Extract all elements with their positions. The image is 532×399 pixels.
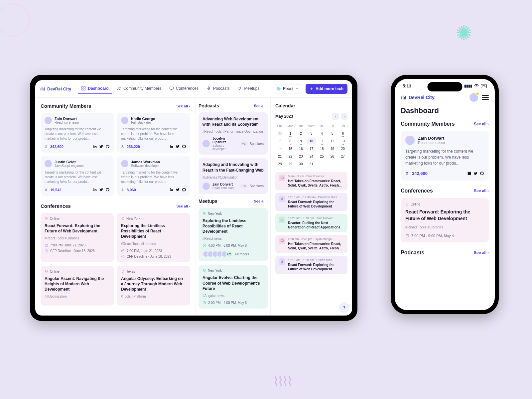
calendar-event[interactable]: 12:20 am - 1:20 pm · Zain Dorwart Reacto… xyxy=(275,214,347,232)
phone-member-card[interactable]: Zain Dorwart React core team Targeting m… xyxy=(401,131,489,181)
calendar-day[interactable]: 28 xyxy=(275,161,285,167)
help-button[interactable]: ? xyxy=(339,302,349,313)
status-time: 5:13 xyxy=(403,83,411,88)
calendar-day[interactable]: 10 xyxy=(307,138,316,144)
calendar-day[interactable]: 26 xyxy=(328,153,337,160)
see-all-meetups[interactable]: See all › xyxy=(254,199,268,203)
calendar-day[interactable]: 8 xyxy=(286,138,295,144)
github-icon[interactable] xyxy=(105,188,110,192)
twitter-icon[interactable] xyxy=(473,171,478,176)
svg-point-25 xyxy=(204,213,205,213)
see-all-members[interactable]: See all › xyxy=(176,104,190,108)
tech-filter-select[interactable]: React xyxy=(273,84,302,93)
calendar-day[interactable]: 27 xyxy=(338,153,347,160)
calendar-day[interactable]: 30 xyxy=(275,130,285,137)
member-card[interactable]: Kadin George Full-stack dev Targeting ma… xyxy=(117,113,190,153)
twitter-icon[interactable] xyxy=(176,188,180,192)
twitter-icon[interactable] xyxy=(99,144,103,149)
calendar-day[interactable]: 15 xyxy=(286,146,295,152)
member-card[interactable]: James Workman Software developer Targeti… xyxy=(117,156,190,196)
member-card[interactable]: Zain Dorwart React core team Targeting m… xyxy=(41,113,114,153)
calendar-day[interactable]: 20 xyxy=(338,146,347,152)
calendar-day[interactable]: 6 xyxy=(338,130,347,137)
clock-icon xyxy=(202,301,206,305)
member-count: 342,600 xyxy=(405,171,428,176)
add-tech-button[interactable]: Add more tech xyxy=(306,84,347,94)
conference-card[interactable]: New York Exploring the Limitless Possibi… xyxy=(117,213,190,262)
calendar-day[interactable]: 3 xyxy=(307,130,316,137)
calendar-day[interactable]: 30 xyxy=(296,161,306,167)
calendar-day[interactable]: 11 xyxy=(317,138,327,144)
calendar-event[interactable]: 8 am - 9 am · Dan Abramov Hot Takes on F… xyxy=(275,172,347,190)
linkedin-icon[interactable] xyxy=(169,144,174,149)
phone-logo[interactable]: DevRel City xyxy=(401,94,435,100)
calendar-prev-button[interactable]: ‹ xyxy=(332,113,339,120)
podcast-card[interactable]: Adapting and Innovating with React in th… xyxy=(199,158,268,194)
section-title-podcasts: Podcasts xyxy=(199,103,219,108)
github-icon[interactable] xyxy=(182,144,186,149)
calendar-day[interactable]: 7 xyxy=(275,138,285,144)
calendar-day[interactable]: 18 xyxy=(317,146,327,152)
nav-dashboard[interactable]: Dashboard xyxy=(78,83,112,94)
phone-conference-card[interactable]: Online React Forward: Exploring the Futu… xyxy=(401,198,489,242)
meetup-card[interactable]: New York Angular Evolve: Charting the Co… xyxy=(199,265,268,309)
nav-meetups[interactable]: Meetups xyxy=(234,83,263,94)
calendar-event[interactable]: 12:10 am - 12:40 am · Emerson Dias React… xyxy=(275,193,347,211)
conference-card[interactable]: Texas Angular Odyssey: Embarking on a Jo… xyxy=(117,266,190,306)
calendar-day[interactable]: 19 xyxy=(328,146,337,152)
conference-card[interactable]: Online React Forward: Exploring the Futu… xyxy=(41,213,114,262)
calendar-day[interactable]: 21 xyxy=(275,153,285,160)
twitter-icon[interactable] xyxy=(99,188,103,192)
calendar-day[interactable]: 29 xyxy=(286,161,295,167)
calendar-day[interactable]: 1 xyxy=(286,130,295,137)
app-logo[interactable]: DevRel City xyxy=(40,86,71,91)
calendar-day[interactable]: 23 xyxy=(296,153,306,160)
nav-conferences[interactable]: Conferences xyxy=(166,83,202,94)
menu-button[interactable] xyxy=(482,95,489,100)
see-all-conferences[interactable]: See all › xyxy=(176,204,190,208)
linkedin-icon[interactable] xyxy=(169,188,174,192)
github-icon[interactable] xyxy=(105,144,110,149)
avatar xyxy=(121,117,128,124)
calendar-day[interactable]: 25 xyxy=(317,153,327,160)
calendar-day[interactable]: 4 xyxy=(317,130,327,137)
calendar-day[interactable]: 2 xyxy=(296,130,306,137)
calendar-day[interactable]: 5 xyxy=(328,130,337,137)
calendar-event[interactable]: 12:10 am - 1:20 pm · Ruben Dias React Fo… xyxy=(275,256,347,274)
calendar-day[interactable]: 16 xyxy=(296,146,306,152)
twitter-icon[interactable] xyxy=(176,144,180,149)
phone-see-all-conferences[interactable]: See all › xyxy=(474,189,489,193)
linkedin-icon[interactable] xyxy=(467,171,471,176)
tablet-frame: DevRel City Dashboard Community Members … xyxy=(30,75,357,321)
calendar-day[interactable]: 9 xyxy=(296,138,306,144)
phone-see-all-podcasts[interactable]: See all › xyxy=(474,250,489,255)
linkedin-icon[interactable] xyxy=(93,188,97,192)
location-icon xyxy=(202,212,206,215)
calendar-day[interactable]: 12 xyxy=(328,138,337,144)
calendar-event[interactable]: 2:20 pm - 6:40 pm · Ryan Mango Hot Takes… xyxy=(275,235,347,253)
nav-label: Community Members xyxy=(123,86,161,91)
meetup-time: 2:00 PM - 4:00 PM, May 6 xyxy=(208,301,247,305)
see-all-podcasts[interactable]: See all › xyxy=(254,104,268,108)
add-tech-label: Add more tech xyxy=(316,86,343,91)
nav-podcasts[interactable]: Podcasts xyxy=(203,83,233,94)
github-icon[interactable] xyxy=(182,188,186,192)
event-type-icon xyxy=(279,175,285,181)
github-icon[interactable] xyxy=(480,171,484,176)
phone-see-all-members[interactable]: See all › xyxy=(474,122,489,126)
calendar-day[interactable]: 17 xyxy=(307,146,316,152)
conference-card[interactable]: Online Angular Ascent: Navigating the He… xyxy=(41,266,114,306)
user-avatar[interactable] xyxy=(469,93,478,102)
calendar-day[interactable]: 24 xyxy=(307,153,316,160)
calendar-next-button[interactable]: › xyxy=(341,113,347,120)
podcast-card[interactable]: Advancing Web Development with React and… xyxy=(199,112,268,155)
calendar-day[interactable]: 14 xyxy=(275,146,285,152)
linkedin-icon[interactable] xyxy=(93,144,97,149)
member-card[interactable]: Justin Geidt JavaScript enginner Targeti… xyxy=(41,156,114,196)
calendar-day[interactable]: 22 xyxy=(286,153,295,160)
meetup-card[interactable]: New York Exploring the Limitless Possibi… xyxy=(199,208,268,262)
nav-community[interactable]: Community Members xyxy=(113,83,165,94)
podcast-title: Adapting and Innovating with React in th… xyxy=(202,162,264,173)
calendar-day[interactable]: 31 xyxy=(307,161,316,167)
calendar-day[interactable]: 13 xyxy=(338,138,347,144)
